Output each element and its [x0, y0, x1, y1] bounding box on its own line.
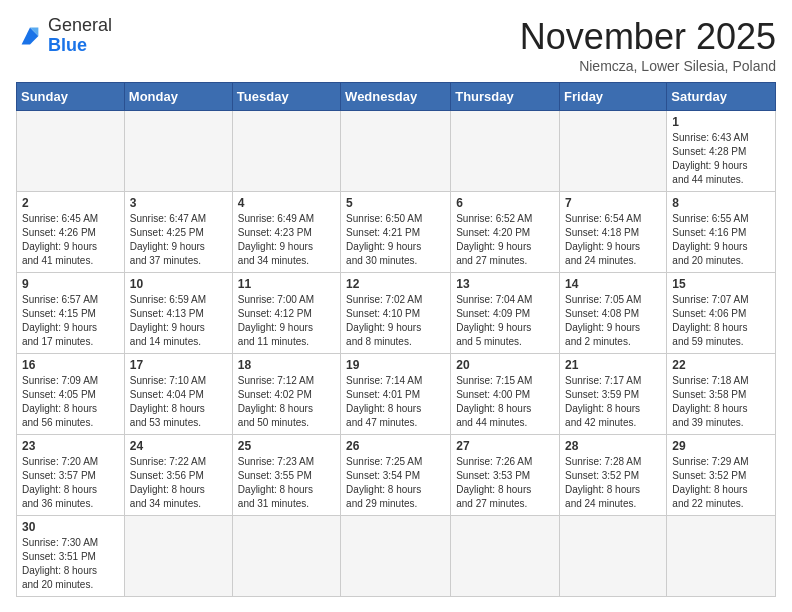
day-number: 1 — [672, 115, 770, 129]
calendar-day-cell: 10Sunrise: 6:59 AM Sunset: 4:13 PM Dayli… — [124, 273, 232, 354]
calendar-day-cell — [560, 516, 667, 597]
calendar-day-cell: 22Sunrise: 7:18 AM Sunset: 3:58 PM Dayli… — [667, 354, 776, 435]
calendar-header-row: SundayMondayTuesdayWednesdayThursdayFrid… — [17, 83, 776, 111]
day-number: 3 — [130, 196, 227, 210]
calendar-day-cell: 1Sunrise: 6:43 AM Sunset: 4:28 PM Daylig… — [667, 111, 776, 192]
calendar-day-cell: 16Sunrise: 7:09 AM Sunset: 4:05 PM Dayli… — [17, 354, 125, 435]
calendar-day-cell: 26Sunrise: 7:25 AM Sunset: 3:54 PM Dayli… — [341, 435, 451, 516]
calendar-day-cell: 13Sunrise: 7:04 AM Sunset: 4:09 PM Dayli… — [451, 273, 560, 354]
day-number: 8 — [672, 196, 770, 210]
day-number: 24 — [130, 439, 227, 453]
day-info: Sunrise: 6:57 AM Sunset: 4:15 PM Dayligh… — [22, 293, 119, 349]
day-number: 28 — [565, 439, 661, 453]
day-number: 29 — [672, 439, 770, 453]
day-info: Sunrise: 7:26 AM Sunset: 3:53 PM Dayligh… — [456, 455, 554, 511]
calendar-day-cell: 14Sunrise: 7:05 AM Sunset: 4:08 PM Dayli… — [560, 273, 667, 354]
calendar-week-row-5: 30Sunrise: 7:30 AM Sunset: 3:51 PM Dayli… — [17, 516, 776, 597]
day-info: Sunrise: 6:59 AM Sunset: 4:13 PM Dayligh… — [130, 293, 227, 349]
day-info: Sunrise: 7:28 AM Sunset: 3:52 PM Dayligh… — [565, 455, 661, 511]
day-number: 26 — [346, 439, 445, 453]
day-number: 10 — [130, 277, 227, 291]
weekday-header-sunday: Sunday — [17, 83, 125, 111]
day-number: 16 — [22, 358, 119, 372]
calendar-day-cell — [341, 111, 451, 192]
day-info: Sunrise: 7:18 AM Sunset: 3:58 PM Dayligh… — [672, 374, 770, 430]
generalblue-logo-icon — [16, 22, 44, 50]
day-info: Sunrise: 7:30 AM Sunset: 3:51 PM Dayligh… — [22, 536, 119, 592]
day-info: Sunrise: 7:17 AM Sunset: 3:59 PM Dayligh… — [565, 374, 661, 430]
day-number: 4 — [238, 196, 335, 210]
location-subtitle: Niemcza, Lower Silesia, Poland — [520, 58, 776, 74]
day-number: 17 — [130, 358, 227, 372]
calendar-day-cell: 27Sunrise: 7:26 AM Sunset: 3:53 PM Dayli… — [451, 435, 560, 516]
calendar-week-row-1: 2Sunrise: 6:45 AM Sunset: 4:26 PM Daylig… — [17, 192, 776, 273]
calendar-day-cell — [451, 516, 560, 597]
calendar-day-cell: 17Sunrise: 7:10 AM Sunset: 4:04 PM Dayli… — [124, 354, 232, 435]
day-number: 27 — [456, 439, 554, 453]
weekday-header-monday: Monday — [124, 83, 232, 111]
day-number: 6 — [456, 196, 554, 210]
day-info: Sunrise: 7:07 AM Sunset: 4:06 PM Dayligh… — [672, 293, 770, 349]
logo: GeneralBlue — [16, 16, 112, 56]
calendar-day-cell — [667, 516, 776, 597]
day-info: Sunrise: 6:47 AM Sunset: 4:25 PM Dayligh… — [130, 212, 227, 268]
calendar-day-cell — [232, 111, 340, 192]
calendar-day-cell: 18Sunrise: 7:12 AM Sunset: 4:02 PM Dayli… — [232, 354, 340, 435]
day-info: Sunrise: 6:52 AM Sunset: 4:20 PM Dayligh… — [456, 212, 554, 268]
calendar-day-cell — [124, 516, 232, 597]
day-number: 13 — [456, 277, 554, 291]
day-info: Sunrise: 6:49 AM Sunset: 4:23 PM Dayligh… — [238, 212, 335, 268]
day-info: Sunrise: 6:45 AM Sunset: 4:26 PM Dayligh… — [22, 212, 119, 268]
calendar-day-cell: 4Sunrise: 6:49 AM Sunset: 4:23 PM Daylig… — [232, 192, 340, 273]
weekday-header-wednesday: Wednesday — [341, 83, 451, 111]
weekday-header-friday: Friday — [560, 83, 667, 111]
day-number: 5 — [346, 196, 445, 210]
calendar-day-cell: 3Sunrise: 6:47 AM Sunset: 4:25 PM Daylig… — [124, 192, 232, 273]
day-number: 21 — [565, 358, 661, 372]
calendar-week-row-2: 9Sunrise: 6:57 AM Sunset: 4:15 PM Daylig… — [17, 273, 776, 354]
day-number: 19 — [346, 358, 445, 372]
day-number: 22 — [672, 358, 770, 372]
day-number: 7 — [565, 196, 661, 210]
page-header: GeneralBlue November 2025 Niemcza, Lower… — [16, 16, 776, 74]
weekday-header-tuesday: Tuesday — [232, 83, 340, 111]
calendar-day-cell: 15Sunrise: 7:07 AM Sunset: 4:06 PM Dayli… — [667, 273, 776, 354]
day-number: 11 — [238, 277, 335, 291]
calendar-day-cell: 12Sunrise: 7:02 AM Sunset: 4:10 PM Dayli… — [341, 273, 451, 354]
calendar-week-row-4: 23Sunrise: 7:20 AM Sunset: 3:57 PM Dayli… — [17, 435, 776, 516]
day-number: 18 — [238, 358, 335, 372]
day-info: Sunrise: 7:10 AM Sunset: 4:04 PM Dayligh… — [130, 374, 227, 430]
month-title: November 2025 — [520, 16, 776, 58]
calendar-week-row-0: 1Sunrise: 6:43 AM Sunset: 4:28 PM Daylig… — [17, 111, 776, 192]
day-number: 25 — [238, 439, 335, 453]
weekday-header-thursday: Thursday — [451, 83, 560, 111]
weekday-header-saturday: Saturday — [667, 83, 776, 111]
calendar-day-cell — [341, 516, 451, 597]
day-info: Sunrise: 7:04 AM Sunset: 4:09 PM Dayligh… — [456, 293, 554, 349]
calendar-table: SundayMondayTuesdayWednesdayThursdayFrid… — [16, 82, 776, 597]
day-info: Sunrise: 7:05 AM Sunset: 4:08 PM Dayligh… — [565, 293, 661, 349]
day-info: Sunrise: 7:23 AM Sunset: 3:55 PM Dayligh… — [238, 455, 335, 511]
day-info: Sunrise: 7:14 AM Sunset: 4:01 PM Dayligh… — [346, 374, 445, 430]
calendar-day-cell: 23Sunrise: 7:20 AM Sunset: 3:57 PM Dayli… — [17, 435, 125, 516]
day-info: Sunrise: 6:43 AM Sunset: 4:28 PM Dayligh… — [672, 131, 770, 187]
calendar-day-cell: 20Sunrise: 7:15 AM Sunset: 4:00 PM Dayli… — [451, 354, 560, 435]
day-number: 20 — [456, 358, 554, 372]
calendar-day-cell: 21Sunrise: 7:17 AM Sunset: 3:59 PM Dayli… — [560, 354, 667, 435]
day-number: 23 — [22, 439, 119, 453]
day-info: Sunrise: 7:20 AM Sunset: 3:57 PM Dayligh… — [22, 455, 119, 511]
day-info: Sunrise: 7:29 AM Sunset: 3:52 PM Dayligh… — [672, 455, 770, 511]
day-number: 12 — [346, 277, 445, 291]
day-info: Sunrise: 7:09 AM Sunset: 4:05 PM Dayligh… — [22, 374, 119, 430]
calendar-day-cell: 24Sunrise: 7:22 AM Sunset: 3:56 PM Dayli… — [124, 435, 232, 516]
calendar-day-cell: 7Sunrise: 6:54 AM Sunset: 4:18 PM Daylig… — [560, 192, 667, 273]
day-info: Sunrise: 7:25 AM Sunset: 3:54 PM Dayligh… — [346, 455, 445, 511]
day-info: Sunrise: 7:12 AM Sunset: 4:02 PM Dayligh… — [238, 374, 335, 430]
calendar-day-cell: 11Sunrise: 7:00 AM Sunset: 4:12 PM Dayli… — [232, 273, 340, 354]
day-info: Sunrise: 7:15 AM Sunset: 4:00 PM Dayligh… — [456, 374, 554, 430]
calendar-day-cell: 6Sunrise: 6:52 AM Sunset: 4:20 PM Daylig… — [451, 192, 560, 273]
calendar-day-cell — [451, 111, 560, 192]
calendar-week-row-3: 16Sunrise: 7:09 AM Sunset: 4:05 PM Dayli… — [17, 354, 776, 435]
calendar-day-cell: 8Sunrise: 6:55 AM Sunset: 4:16 PM Daylig… — [667, 192, 776, 273]
calendar-day-cell — [232, 516, 340, 597]
